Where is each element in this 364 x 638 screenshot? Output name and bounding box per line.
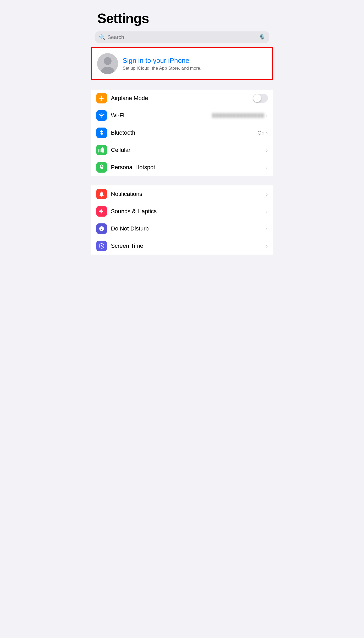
hotspot-svg [98, 164, 105, 170]
dnd-svg [98, 226, 105, 232]
page-title: Settings [97, 10, 267, 26]
wifi-chevron: › [266, 113, 268, 119]
svg-point-1 [104, 57, 112, 65]
notifications-item[interactable]: Notifications › [91, 185, 273, 203]
bluetooth-label: Bluetooth [111, 129, 258, 136]
sounds-right: › [266, 208, 268, 214]
hotspot-chevron: › [266, 164, 268, 170]
search-icon: 🔍 [99, 34, 106, 40]
airplane-mode-label: Airplane Mode [111, 95, 253, 102]
header: Settings [91, 0, 273, 29]
avatar-svg [97, 53, 118, 74]
sounds-svg [98, 208, 105, 214]
cellular-label: Cellular [111, 147, 266, 153]
wifi-icon [96, 110, 107, 121]
bluetooth-item[interactable]: Bluetooth On › [91, 124, 273, 141]
avatar [97, 53, 118, 74]
settings-page: Settings 🔍 🎙️ Sign in to your iPhone Set… [91, 0, 273, 265]
signin-text-container: Sign in to your iPhone Set up iCloud, th… [123, 57, 267, 71]
screen-time-svg [98, 243, 105, 249]
cellular-right: › [266, 147, 268, 153]
screen-time-item[interactable]: Screen Time › [91, 237, 273, 255]
bluetooth-chevron: › [266, 130, 268, 136]
section-gap-1 [91, 80, 273, 90]
sounds-haptics-item[interactable]: Sounds & Haptics › [91, 203, 273, 220]
toggle-knob [253, 94, 261, 102]
screen-time-chevron: › [266, 243, 268, 249]
airplane-mode-item[interactable]: Airplane Mode [91, 90, 273, 107]
notifications-label: Notifications [111, 191, 266, 197]
screen-time-right: › [266, 243, 268, 249]
search-bar[interactable]: 🔍 🎙️ [95, 31, 269, 43]
microphone-icon[interactable]: 🎙️ [259, 34, 265, 40]
cellular-chevron: › [266, 147, 268, 153]
search-container: 🔍 🎙️ [91, 29, 273, 47]
notifications-icon [96, 189, 107, 199]
sounds-haptics-label: Sounds & Haptics [111, 208, 266, 215]
wifi-item[interactable]: Wi-Fi ████████████████ › [91, 107, 273, 124]
notifications-chevron: › [266, 191, 268, 197]
sounds-chevron: › [266, 208, 268, 214]
personal-hotspot-item[interactable]: Personal Hotspot › [91, 159, 273, 176]
bluetooth-value: On [257, 130, 264, 136]
airplane-svg [98, 95, 105, 101]
wifi-svg [98, 112, 105, 119]
do-not-disturb-icon [96, 223, 107, 234]
screen-time-label: Screen Time [111, 243, 266, 249]
bluetooth-right: On › [257, 130, 268, 136]
personal-hotspot-label: Personal Hotspot [111, 164, 266, 171]
signin-card[interactable]: Sign in to your iPhone Set up iCloud, th… [91, 47, 273, 80]
notifications-right: › [266, 191, 268, 197]
signin-title: Sign in to your iPhone [123, 57, 267, 65]
sounds-haptics-icon [96, 206, 107, 217]
signin-subtitle: Set up iCloud, the App Store, and more. [123, 66, 267, 71]
airplane-mode-toggle[interactable] [253, 94, 268, 103]
section-gap-2 [91, 176, 273, 185]
wifi-value: ████████████████ [212, 113, 264, 118]
cellular-svg [98, 147, 105, 153]
do-not-disturb-label: Do Not Disturb [111, 225, 266, 232]
dnd-right: › [266, 226, 268, 232]
bluetooth-svg [98, 130, 105, 136]
screen-time-icon [96, 241, 107, 251]
system-group: Notifications › Sounds & Haptics › [91, 185, 273, 255]
cellular-icon [96, 145, 107, 155]
airplane-mode-icon [96, 93, 107, 103]
do-not-disturb-item[interactable]: Do Not Disturb › [91, 220, 273, 237]
notifications-svg [98, 191, 105, 197]
search-input[interactable] [108, 34, 257, 40]
connectivity-group: Airplane Mode Wi-Fi ████████████████ › [91, 90, 273, 176]
dnd-chevron: › [266, 226, 268, 232]
hotspot-right: › [266, 164, 268, 170]
bluetooth-icon [96, 128, 107, 138]
wifi-right: ████████████████ › [212, 113, 268, 119]
wifi-label: Wi-Fi [111, 112, 212, 119]
personal-hotspot-icon [96, 162, 107, 173]
cellular-item[interactable]: Cellular › [91, 141, 273, 159]
